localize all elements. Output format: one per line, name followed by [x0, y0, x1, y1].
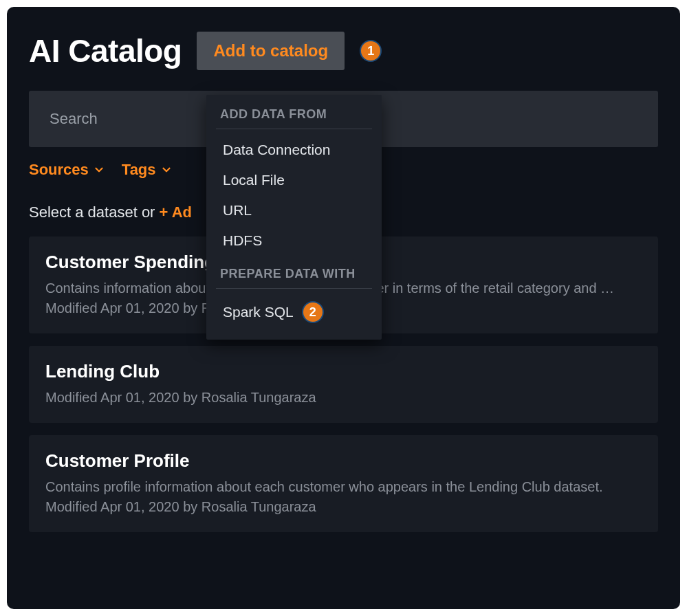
dropdown-item-data-connection[interactable]: Data Connection	[206, 135, 382, 165]
filter-sources[interactable]: Sources	[29, 161, 105, 179]
dropdown-section-label: PREPARE DATA WITH	[206, 267, 382, 288]
dropdown-item-label: HDFS	[223, 232, 262, 249]
add-to-catalog-dropdown: ADD DATA FROM Data Connection Local File…	[206, 95, 382, 340]
divider	[216, 129, 372, 129]
prompt-prefix: Select a dataset or	[29, 204, 160, 221]
add-to-catalog-button[interactable]: Add to catalog	[197, 32, 345, 70]
dataset-title: Customer Profile	[45, 450, 642, 472]
chevron-down-icon	[93, 164, 105, 176]
app-root: AI Catalog Add to catalog 1 Sources Tags…	[7, 7, 680, 609]
dataset-meta: Modified Apr 01, 2020 by Rosalia Tungara…	[45, 497, 642, 517]
dropdown-item-label: URL	[223, 202, 252, 219]
add-dataset-link[interactable]: + Ad	[160, 204, 192, 221]
dropdown-item-label: Local File	[223, 172, 285, 188]
dropdown-section-label: ADD DATA FROM	[206, 107, 382, 129]
dataset-desc: Contains profile information about each …	[45, 477, 642, 497]
filter-sources-label: Sources	[29, 161, 89, 179]
dataset-title: Lending Club	[45, 361, 642, 382]
dropdown-item-label: Data Connection	[223, 142, 330, 158]
annotation-badge-1: 1	[360, 40, 382, 62]
dropdown-item-local-file[interactable]: Local File	[206, 165, 382, 195]
divider	[216, 288, 372, 289]
dropdown-item-spark-sql[interactable]: Spark SQL 2	[206, 294, 382, 330]
filter-tags[interactable]: Tags	[122, 161, 173, 179]
header: AI Catalog Add to catalog 1	[29, 32, 658, 70]
dropdown-item-url[interactable]: URL	[206, 195, 382, 226]
dropdown-item-hdfs[interactable]: HDFS	[206, 226, 382, 256]
page-title: AI Catalog	[29, 32, 182, 69]
chevron-down-icon	[160, 164, 173, 176]
filter-tags-label: Tags	[122, 161, 156, 179]
dropdown-item-label: Spark SQL	[223, 304, 294, 320]
annotation-badge-2: 2	[302, 301, 324, 323]
dataset-card[interactable]: Customer Profile Contains profile inform…	[29, 435, 658, 532]
dataset-card[interactable]: Lending Club Modified Apr 01, 2020 by Ro…	[29, 346, 658, 423]
dataset-meta: Modified Apr 01, 2020 by Rosalia Tungara…	[45, 388, 642, 408]
